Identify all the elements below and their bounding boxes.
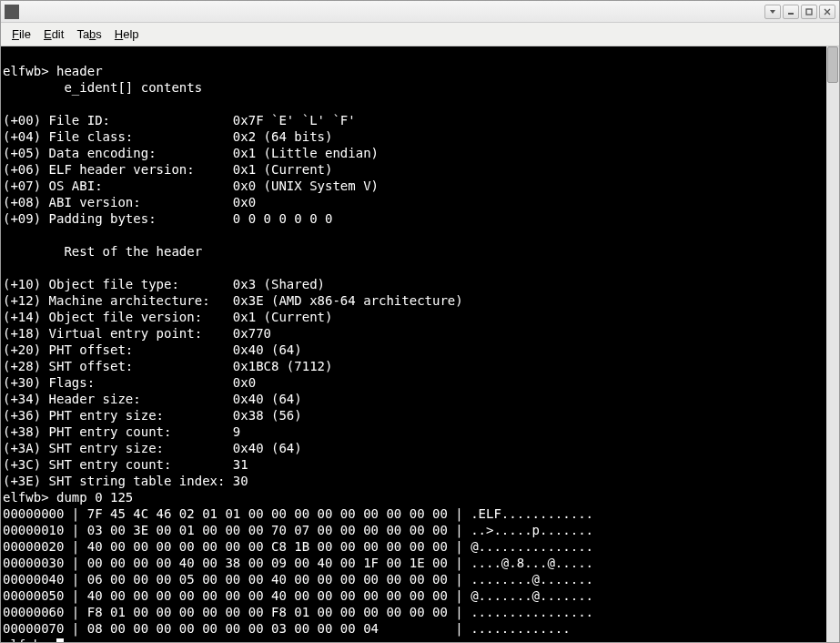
header-field: (+08) ABI version: 0x0 [3,195,256,209]
header-field: (+3E) SHT string table index: 30 [3,474,248,488]
app-icon [5,5,19,19]
header-field: (+14) Object file version: 0x1 (Current) [3,310,332,324]
maximize-button[interactable] [801,5,817,19]
header-field: (+3A) SHT entry size: 0x40 (64) [3,441,302,455]
hexdump-row: 00000020 | 40 00 00 00 00 00 00 00 C8 1B… [3,539,593,554]
header-field: (+12) Machine architecture: 0x3E (AMD x8… [3,293,463,308]
menu-file[interactable]: File [6,26,36,43]
arrow-down-icon [769,8,776,15]
window-buttons [764,5,835,19]
minimize-icon [787,8,794,15]
header-field: (+30) Flags: 0x0 [3,375,256,390]
hexdump-row: 00000000 | 7F 45 4C 46 02 01 01 00 00 00… [3,506,593,521]
header-field: (+09) Padding bytes: 0 0 0 0 0 0 0 [3,211,332,226]
hexdump-row: 00000040 | 06 00 00 00 05 00 00 00 40 00… [3,572,593,587]
header-field: (+38) PHT entry count: 9 [3,424,240,439]
prompt: elfwb> [3,64,56,78]
prompt: elfwb> [3,638,56,642]
section-header: Rest of the header [3,244,202,259]
header-field: (+3C) SHT entry count: 31 [3,457,248,472]
scrollbar[interactable] [826,46,839,642]
menubar: File Edit Tabs Help [1,23,839,46]
app-window: File Edit Tabs Help elfwb> header e_iden… [0,0,840,643]
header-field: (+07) OS ABI: 0x0 (UNIX System V) [3,179,379,193]
menu-help[interactable]: Help [109,26,145,43]
stick-button[interactable] [764,5,781,19]
hexdump-row: 00000060 | F8 01 00 00 00 00 00 00 F8 01… [3,605,593,619]
cursor [56,638,64,642]
scrollbar-thumb[interactable] [827,46,838,83]
header-field: (+36) PHT entry size: 0x38 (56) [3,408,302,423]
header-field: (+10) Object file type: 0x3 (Shared) [3,277,325,291]
header-field: (+20) PHT offset: 0x40 (64) [3,342,302,357]
header-field: (+18) Virtual entry point: 0x770 [3,326,271,341]
svg-rect-1 [806,9,812,15]
header-field: (+00) File ID: 0x7F `E' `L' `F' [3,113,356,128]
command-text: header [56,64,103,78]
close-icon [824,8,831,15]
prompt: elfwb> [3,490,56,505]
header-field: (+28) SHT offset: 0x1BC8 (7112) [3,359,332,373]
section-header: e_ident[] contents [3,80,202,95]
minimize-button[interactable] [783,5,799,19]
command-text: dump 0 125 [56,490,133,505]
titlebar[interactable] [1,1,839,23]
terminal[interactable]: elfwb> header e_ident[] contents (+00) F… [1,46,839,642]
maximize-icon [805,8,813,15]
header-field: (+34) Header size: 0x40 (64) [3,392,302,406]
close-button[interactable] [819,5,835,19]
header-field: (+05) Data encoding: 0x1 (Little endian) [3,146,379,160]
hexdump-row: 00000050 | 40 00 00 00 00 00 00 00 40 00… [3,588,593,603]
hexdump-row: 00000070 | 08 00 00 00 00 00 00 00 03 00… [3,621,571,636]
hexdump-row: 00000010 | 03 00 3E 00 01 00 00 00 70 07… [3,523,593,537]
svg-rect-0 [788,13,794,15]
menu-tabs[interactable]: Tabs [71,26,106,43]
hexdump-row: 00000030 | 00 00 00 00 40 00 38 00 09 00… [3,556,593,570]
menu-edit[interactable]: Edit [38,26,69,43]
header-field: (+04) File class: 0x2 (64 bits) [3,129,332,144]
header-field: (+06) ELF header version: 0x1 (Current) [3,162,332,177]
